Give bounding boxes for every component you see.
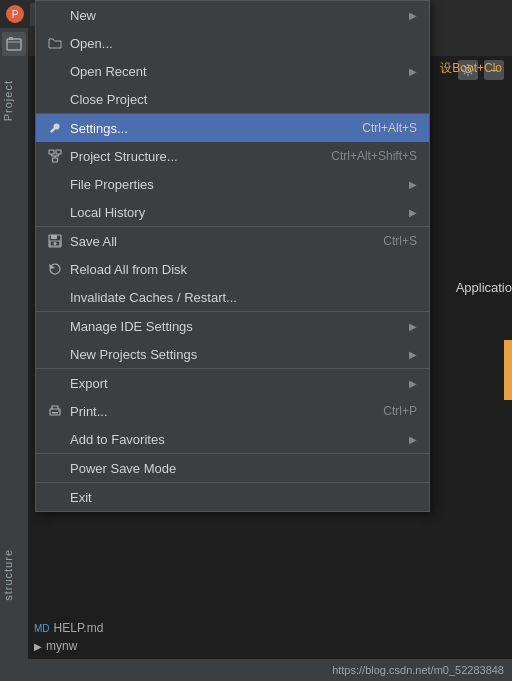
svg-rect-2	[7, 39, 21, 50]
menu-item-project-structure-label: Project Structure...	[70, 149, 331, 164]
local-history-icon	[46, 203, 64, 221]
menu-item-file-properties-label: File Properties	[70, 177, 401, 192]
open-recent-icon	[46, 62, 64, 80]
new-arrow-icon: ▶	[409, 10, 417, 21]
menu-item-power-save[interactable]: Power Save Mode	[36, 454, 429, 483]
md-icon: MD	[34, 623, 50, 634]
menu-item-power-save-label: Power Save Mode	[70, 461, 417, 476]
app-logo: P	[4, 3, 26, 25]
menu-item-reload[interactable]: Reload All from Disk	[36, 255, 429, 283]
new-icon	[46, 6, 64, 24]
menu-item-new-projects[interactable]: New Projects Settings ▶	[36, 340, 429, 369]
menu-item-manage-ide[interactable]: Manage IDE Settings ▶	[36, 312, 429, 340]
svg-text:P: P	[12, 9, 19, 20]
export-icon	[46, 374, 64, 392]
sidebar-project-icon[interactable]	[2, 32, 26, 56]
menu-item-new-projects-label: New Projects Settings	[70, 347, 401, 362]
bottom-bar: https://blog.csdn.net/m0_52283848	[0, 659, 512, 681]
boot-text: 设Boot+Clo	[440, 60, 502, 77]
menu-item-new[interactable]: New ▶	[36, 1, 429, 29]
menu-item-open-label: Open...	[70, 36, 417, 51]
open-folder-icon	[46, 34, 64, 52]
svg-rect-17	[52, 412, 58, 414]
file-dropdown-menu: New ▶ Open... Open Recent ▶ Close Projec…	[35, 0, 430, 512]
open-recent-arrow-icon: ▶	[409, 66, 417, 77]
menu-item-save-all[interactable]: Save All Ctrl+S	[36, 227, 429, 255]
project-structure-icon	[46, 147, 64, 165]
file-name-help: HELP.md	[54, 621, 104, 635]
menu-item-file-properties[interactable]: File Properties ▶	[36, 170, 429, 198]
menu-item-print-label: Print...	[70, 404, 383, 419]
file-name-mynw: mynw	[46, 639, 77, 653]
menu-item-add-favorites-label: Add to Favorites	[70, 432, 401, 447]
menu-item-open-recent-label: Open Recent	[70, 64, 401, 79]
menu-item-open-recent[interactable]: Open Recent ▶	[36, 57, 429, 85]
menu-item-open[interactable]: Open...	[36, 29, 429, 57]
manage-ide-icon	[46, 317, 64, 335]
file-properties-icon	[46, 175, 64, 193]
menu-item-settings-shortcut: Ctrl+Alt+S	[362, 121, 417, 135]
url-text: https://blog.csdn.net/m0_52283848	[332, 664, 504, 676]
power-save-icon	[46, 459, 64, 477]
print-icon	[46, 402, 64, 420]
settings-wrench-icon	[46, 119, 64, 137]
menu-item-exit-label: Exit	[70, 490, 417, 505]
exit-icon	[46, 488, 64, 506]
menu-item-close-project-label: Close Project	[70, 92, 417, 107]
menu-item-close-project[interactable]: Close Project	[36, 85, 429, 114]
menu-item-local-history[interactable]: Local History ▶	[36, 198, 429, 227]
app-text: Applicatio	[456, 280, 512, 295]
arrow-icon: ▶	[34, 641, 42, 652]
menu-item-add-favorites[interactable]: Add to Favorites ▶	[36, 425, 429, 454]
menu-item-export[interactable]: Export ▶	[36, 369, 429, 397]
project-panel-label: Project	[2, 80, 14, 121]
menu-item-reload-label: Reload All from Disk	[70, 262, 417, 277]
menu-item-print[interactable]: Print... Ctrl+P	[36, 397, 429, 425]
menu-item-settings[interactable]: Settings... Ctrl+Alt+S	[36, 114, 429, 142]
structure-panel-label: structure	[2, 549, 14, 601]
save-all-icon	[46, 232, 64, 250]
svg-rect-7	[53, 158, 58, 162]
menu-item-local-history-label: Local History	[70, 205, 401, 220]
file-tree: MD HELP.md ▶ mynw	[28, 615, 168, 659]
svg-point-18	[58, 410, 60, 412]
menu-item-print-shortcut: Ctrl+P	[383, 404, 417, 418]
export-arrow-icon: ▶	[409, 378, 417, 389]
svg-rect-13	[51, 235, 57, 239]
reload-icon	[46, 260, 64, 278]
menu-item-project-structure[interactable]: Project Structure... Ctrl+Alt+Shift+S	[36, 142, 429, 170]
svg-point-15	[54, 242, 57, 245]
close-project-icon	[46, 90, 64, 108]
menu-item-export-label: Export	[70, 376, 401, 391]
add-favorites-icon	[46, 430, 64, 448]
svg-rect-6	[56, 150, 61, 154]
menu-item-manage-ide-label: Manage IDE Settings	[70, 319, 401, 334]
local-history-arrow-icon: ▶	[409, 207, 417, 218]
scroll-indicator	[504, 340, 512, 400]
menu-item-save-all-label: Save All	[70, 234, 383, 249]
menu-item-invalidate-label: Invalidate Caches / Restart...	[70, 290, 417, 305]
menu-item-new-label: New	[70, 8, 401, 23]
new-projects-icon	[46, 345, 64, 363]
svg-rect-3	[9, 37, 13, 40]
file-item-help[interactable]: MD HELP.md	[32, 619, 164, 637]
svg-rect-5	[49, 150, 54, 154]
new-projects-arrow-icon: ▶	[409, 349, 417, 360]
menu-item-exit[interactable]: Exit	[36, 483, 429, 511]
menu-item-project-structure-shortcut: Ctrl+Alt+Shift+S	[331, 149, 417, 163]
add-favorites-arrow-icon: ▶	[409, 434, 417, 445]
menu-item-save-all-shortcut: Ctrl+S	[383, 234, 417, 248]
menu-item-invalidate[interactable]: Invalidate Caches / Restart...	[36, 283, 429, 312]
file-properties-arrow-icon: ▶	[409, 179, 417, 190]
menu-item-settings-label: Settings...	[70, 121, 362, 136]
invalidate-icon	[46, 288, 64, 306]
file-item-mynw[interactable]: ▶ mynw	[32, 637, 164, 655]
manage-ide-arrow-icon: ▶	[409, 321, 417, 332]
